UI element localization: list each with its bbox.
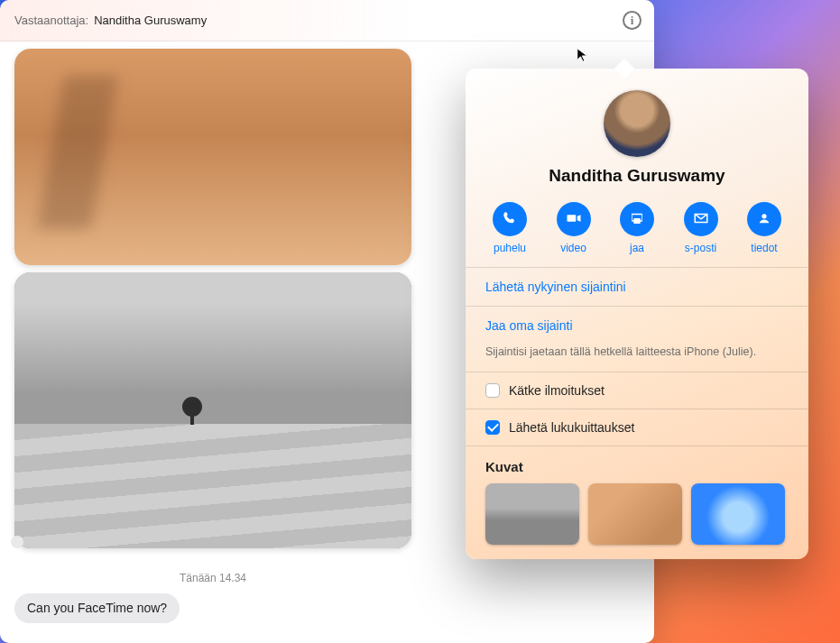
- read-receipts-checkbox[interactable]: [485, 420, 500, 435]
- incoming-image-2[interactable]: [14, 272, 411, 548]
- screen-share-button[interactable]: jaa: [620, 202, 654, 254]
- action-label: puhelu: [494, 242, 526, 254]
- photo-thumbnail[interactable]: [588, 483, 682, 545]
- photo-thumbnail[interactable]: [485, 483, 579, 545]
- mail-icon: [693, 210, 709, 229]
- read-receipts-row: Lähetä lukukuittaukset: [485, 409, 789, 446]
- video-call-button[interactable]: video: [557, 202, 591, 254]
- details-popover: Nanditha Guruswamy puhelu video jaa s-po…: [466, 69, 808, 559]
- action-label: tiedot: [751, 242, 777, 254]
- shared-photos-row: [485, 483, 789, 545]
- recipient-field-label: Vastaanottaja:: [14, 14, 88, 27]
- incoming-text-message[interactable]: Can you FaceTime now?: [14, 593, 180, 623]
- photo-thumbnail[interactable]: [691, 483, 785, 545]
- action-label: s-posti: [685, 242, 716, 254]
- audio-call-button[interactable]: puhelu: [493, 202, 527, 254]
- recipient-name[interactable]: Nanditha Guruswamy: [94, 14, 207, 27]
- details-button[interactable]: i: [623, 11, 642, 30]
- contact-actions: puhelu video jaa s-posti tiedot: [493, 202, 781, 254]
- incoming-image-1[interactable]: [14, 49, 411, 265]
- conversation-header: Vastaanottaja: Nanditha Guruswamy i: [0, 0, 654, 41]
- svg-point-0: [762, 214, 766, 218]
- hide-alerts-checkbox[interactable]: [485, 383, 500, 398]
- action-label: jaa: [630, 242, 644, 254]
- contact-info-button[interactable]: tiedot: [747, 202, 781, 254]
- share-my-location-link[interactable]: Jaa oma sijainti: [485, 307, 789, 344]
- message-timestamp: Tänään 14.34: [14, 572, 411, 584]
- email-button[interactable]: s-posti: [684, 202, 718, 254]
- hide-alerts-label: Kätke ilmoitukset: [509, 383, 605, 398]
- person-icon: [756, 210, 772, 229]
- hide-alerts-row: Kätke ilmoitukset: [485, 372, 789, 409]
- phone-icon: [502, 210, 518, 229]
- contact-name-heading: Nanditha Guruswamy: [485, 166, 789, 186]
- video-icon: [566, 210, 582, 229]
- action-label: video: [560, 242, 586, 254]
- share-icon: [629, 210, 645, 229]
- send-current-location-link[interactable]: Lähetä nykyinen sijaintini: [485, 268, 789, 306]
- photos-section-title: Kuvat: [485, 446, 789, 483]
- location-sharing-note: Sijaintisi jaetaan tällä hetkellä laitte…: [485, 344, 789, 372]
- read-receipts-label: Lähetä lukukuittaukset: [509, 420, 634, 435]
- contact-avatar[interactable]: [604, 90, 670, 157]
- bubble-tail: [11, 536, 27, 552]
